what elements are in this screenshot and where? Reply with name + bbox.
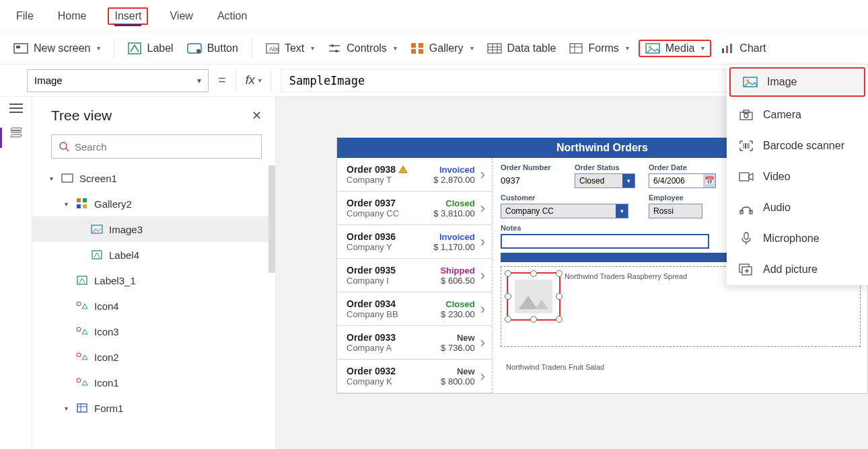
image-control-selected[interactable] xyxy=(507,272,560,321)
forms-button[interactable]: Forms ▾ xyxy=(565,40,632,57)
menu-file[interactable]: File xyxy=(13,7,36,25)
property-select[interactable]: Image ▾ xyxy=(27,69,209,92)
tree-view-icon[interactable] xyxy=(9,126,24,138)
tree-search[interactable] xyxy=(51,134,262,159)
order-status: New xyxy=(428,333,475,343)
ribbon: New screen ▾ Label Button Abc Text ▾ Con… xyxy=(0,32,868,65)
order-status-select[interactable]: Closed▾ xyxy=(575,173,635,188)
order-status: Invoiced xyxy=(428,165,475,175)
tree-item-label4[interactable]: Label4 xyxy=(32,242,275,268)
order-price: $ 230.00 xyxy=(428,309,475,319)
media-item-camera[interactable]: Camera xyxy=(727,99,868,130)
resize-handle[interactable] xyxy=(530,316,537,323)
svg-point-10 xyxy=(335,50,338,52)
svg-point-4 xyxy=(196,49,201,53)
media-item-label: Barcode scanner xyxy=(763,140,844,152)
menu-action[interactable]: Action xyxy=(215,7,250,25)
fx-button[interactable]: fx▾ xyxy=(246,73,261,87)
new-screen-button[interactable]: New screen ▾ xyxy=(9,40,104,57)
resize-handle[interactable] xyxy=(505,270,511,277)
notes-input[interactable] xyxy=(501,234,709,249)
order-row[interactable]: Order 0932 Company KNew$ 800.00› xyxy=(337,360,492,393)
tree-item-icon3[interactable]: Icon3 xyxy=(32,319,275,344)
order-row[interactable]: Order 0936 Company YInvoiced$ 1,170.00› xyxy=(337,225,492,259)
svg-point-40 xyxy=(77,353,81,357)
svg-point-38 xyxy=(77,302,81,306)
svg-rect-61 xyxy=(739,173,749,181)
media-label: Media xyxy=(665,42,695,54)
order-row[interactable]: Order 0938 Company TInvoiced$ 2,870.00› xyxy=(337,158,492,192)
customer-select[interactable]: Company CC▾ xyxy=(501,204,628,218)
button-button[interactable]: Button xyxy=(183,40,242,57)
tree-item-icon2[interactable]: Icon2 xyxy=(32,344,275,370)
item-caption: Northwind Traders Raspberry Spread xyxy=(565,272,687,280)
image-icon xyxy=(91,225,103,234)
gallery-label: Gallery xyxy=(429,42,464,54)
property-value: Image xyxy=(34,75,63,86)
tree-item-screen1[interactable]: ▾ Screen1 xyxy=(32,165,275,191)
menu-home[interactable]: Home xyxy=(55,7,89,25)
form-icon xyxy=(77,403,87,413)
media-item-barcode[interactable]: Barcode scanner xyxy=(727,130,868,161)
tree-item-label3-1[interactable]: Label3_1 xyxy=(32,268,275,293)
order-row[interactable]: Order 0935 Company IShipped$ 606.50› xyxy=(337,259,492,292)
chart-button[interactable]: Chart xyxy=(717,40,770,57)
resize-handle[interactable] xyxy=(530,270,537,277)
resize-handle[interactable] xyxy=(556,316,563,323)
media-item-microphone[interactable]: Microphone xyxy=(727,223,868,254)
microphone-icon xyxy=(742,232,751,245)
controls-button[interactable]: Controls ▾ xyxy=(324,40,401,57)
audio-icon xyxy=(739,202,753,214)
tree-item-icon4[interactable]: Icon4 xyxy=(32,293,275,319)
svg-rect-26 xyxy=(726,46,728,53)
order-price: $ 800.00 xyxy=(428,376,475,386)
search-input[interactable] xyxy=(75,141,254,153)
media-item-add-picture[interactable]: Add picture xyxy=(727,254,868,285)
tree-item-icon1[interactable]: Icon1 xyxy=(32,370,275,395)
camera-icon xyxy=(739,110,753,120)
data-table-button[interactable]: Data table xyxy=(483,40,560,57)
chart-label: Chart xyxy=(739,42,766,54)
gallery-icon xyxy=(410,42,424,54)
media-item-label: Add picture xyxy=(763,263,818,276)
separator xyxy=(236,71,236,91)
resize-handle[interactable] xyxy=(556,293,563,300)
svg-rect-33 xyxy=(77,204,81,208)
chevron-down-icon: ▾ xyxy=(197,76,201,85)
media-button[interactable]: Media ▾ xyxy=(639,40,712,57)
media-item-video[interactable]: Video xyxy=(727,161,868,192)
menu-insert[interactable]: Insert xyxy=(108,7,148,25)
text-button[interactable]: Abc Text ▾ xyxy=(262,40,318,57)
hamburger-icon[interactable] xyxy=(9,104,23,113)
resize-handle[interactable] xyxy=(505,316,511,323)
media-item-audio[interactable]: Audio xyxy=(727,192,868,223)
tree-item-image3[interactable]: Image3 xyxy=(32,216,275,242)
order-company: Company T xyxy=(347,175,428,185)
order-date-input[interactable]: 6/4/2006📅 xyxy=(649,173,716,188)
order-row[interactable]: Order 0937 Company CCClosed$ 3,810.00› xyxy=(337,192,492,225)
svg-rect-55 xyxy=(744,110,749,113)
gallery-button[interactable]: Gallery ▾ xyxy=(406,40,478,57)
resize-handle[interactable] xyxy=(556,270,563,277)
svg-point-8 xyxy=(331,44,334,47)
svg-line-29 xyxy=(66,149,69,151)
order-row[interactable]: Order 0933 Company ANew$ 736.00› xyxy=(337,326,492,360)
order-number: Order 0936 xyxy=(347,231,428,242)
order-row[interactable]: Order 0934 Company BBClosed$ 230.00› xyxy=(337,292,492,326)
media-item-image[interactable]: Image xyxy=(729,67,865,97)
warning-icon xyxy=(398,165,408,173)
close-icon[interactable]: ✕ xyxy=(252,108,262,123)
svg-point-51 xyxy=(402,171,404,173)
field-label: Order Status xyxy=(575,163,635,171)
forms-icon xyxy=(569,43,583,54)
tree-item-form1[interactable]: ▾ Form1 xyxy=(32,395,275,421)
resize-handle[interactable] xyxy=(505,293,511,300)
new-screen-label: New screen xyxy=(34,42,90,54)
scrollbar[interactable] xyxy=(268,165,275,273)
tree-item-gallery2[interactable]: ▾ Gallery2 xyxy=(32,191,275,216)
svg-rect-14 xyxy=(419,49,423,54)
employee-select[interactable]: Rossi xyxy=(649,204,702,218)
label-button[interactable]: Label xyxy=(124,40,177,57)
menu-view[interactable]: View xyxy=(167,7,195,25)
add-picture-icon xyxy=(739,263,754,276)
